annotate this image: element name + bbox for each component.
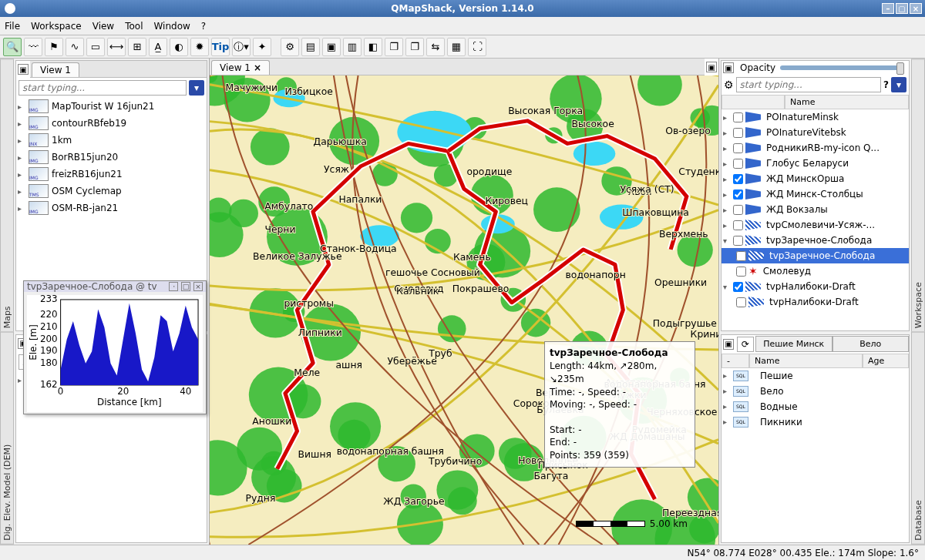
close-button[interactable]: × [910,3,922,14]
svg-text:Липники: Липники [298,327,342,338]
maps-dock-label[interactable]: Maps [0,59,14,332]
flag-icon[interactable]: ⚑ [45,38,63,56]
workspace-item[interactable]: ▾tvpЗаречное-Слобода [722,233,909,248]
workspace-item[interactable]: ▸ЖД Вокзалы [722,202,909,217]
menu-workspace[interactable]: Workspace [31,21,82,32]
map-item[interactable]: ▸JNX1km [16,132,207,149]
map-item[interactable]: ▸IMGfreizRB16jun21 [16,166,207,183]
workspace-panel-close-icon[interactable]: ▣ [723,62,734,73]
main-toolbar: 🔍 〰 ⚑ ∿ ▭ ⟷ ⊞ A̲ ◐ ✹ Tip ⓘ▾ ✦ ⚙ ▤ ▣ ▥ ◧ … [0,35,925,59]
svg-text:Шпаковщина: Шпаковщина [622,207,689,218]
map-view-tab[interactable]: View 1 × [211,60,270,75]
workspace-name-header[interactable]: Name [785,95,909,109]
minimize-button[interactable]: – [882,3,894,14]
workspace-help-icon[interactable]: ? [883,79,889,90]
menu-tool[interactable]: Tool [125,21,143,32]
svg-point-71 [330,402,381,451]
svg-text:Ele. [m]: Ele. [m] [28,324,39,360]
svg-text:Багута: Багута [534,471,569,481]
workspace-item[interactable]: ▸ЖД МинскОрша [722,171,909,186]
workspace-item[interactable]: ▸tvpСмолевичи-Усяж-... [722,217,909,233]
copy2-icon[interactable]: ❐ [405,38,424,56]
ruler-icon[interactable]: ⟷ [107,38,126,56]
db-icon[interactable]: ▦ [447,38,466,56]
db-panel-close-icon[interactable]: ▣ [723,339,734,350]
link-icon[interactable]: ⇆ [426,38,445,56]
workspace-item[interactable]: ▸Глобус Беларуси [722,156,909,171]
tip-icon[interactable]: Tip [211,38,230,56]
map-item[interactable]: ▸IMGOSM-RB-jan21 [16,200,207,216]
elev-popup-close-icon[interactable]: × [193,282,203,291]
track-icon[interactable]: ∿ [66,38,84,56]
map-tab-close-icon[interactable]: × [254,62,261,73]
copy1-icon[interactable]: ❐ [385,38,403,56]
area-icon[interactable]: ▭ [86,38,105,56]
workspace-item[interactable]: ▸POInatureVitebsk [722,125,909,140]
nav-icon[interactable]: ◧ [364,38,382,56]
db-header-age[interactable]: Age [863,354,909,368]
route-icon[interactable]: 〰 [24,38,42,56]
workspace-item[interactable]: ▸РодникиRB-my-icon Q... [722,140,909,156]
workspace-gear-icon[interactable]: ⚙ [724,79,734,91]
map-item[interactable]: ▸IMGMapTourist W 16jun21 [16,98,207,115]
gear-icon[interactable]: ⚙ [281,38,299,56]
workspace-item[interactable]: ▾tvpНалибоки-Draft [722,279,909,294]
map-item[interactable]: ▸TMSOSM Cyclemap [16,183,207,200]
maps-panel-close-icon[interactable]: ▣ [18,64,29,75]
svg-text:Высокая Горка: Высокая Горка [508,106,583,116]
db-refresh-icon[interactable]: ⟳ [737,337,754,352]
svg-text:Избицкое: Избицкое [284,86,333,97]
workspace-dock-label[interactable]: Workspace [911,59,925,332]
svg-text:233: 233 [40,295,58,304]
save-icon[interactable]: ▥ [343,38,362,56]
elevation-chart: 23322021020019018016202040Ele. [m]Distan… [27,295,203,410]
elev-popup-max-icon[interactable]: □ [181,282,190,291]
map-canvas[interactable]: МачужичиАмостоцьеЧерняховское водохранил… [210,75,718,545]
database-tree[interactable]: ▸SQLПешие▸SQLВело▸SQLВодные▸SQLПикники [722,368,909,542]
info-icon[interactable]: ⓘ▾ [232,38,251,56]
workspace-item[interactable]: tvpЗаречное-Слобода [722,248,909,263]
database-dock-label[interactable]: Database [911,332,925,545]
workspace-item[interactable]: tvpНалибоки-Draft [722,294,909,310]
menu-window[interactable]: Window [153,21,190,32]
menu-help[interactable]: ? [201,21,206,32]
elev-popup-pin-icon[interactable]: ⬝ [169,282,178,291]
svg-text:Напалки: Напалки [338,194,382,205]
db-header-name[interactable]: Name [749,354,863,368]
maps-search-input[interactable] [18,80,187,96]
db-tab-1[interactable]: Вело [832,336,910,352]
elevation-profile-popup[interactable]: tvpЗаречное-Слобода @ tv ⬝ □ × 233220210… [23,280,207,414]
opacity-slider[interactable] [780,65,904,70]
db-item[interactable]: ▸SQLПикники [722,414,909,430]
grid-icon[interactable]: ⊞ [128,38,146,56]
workspace-item[interactable]: ▸ЖД Минск-Столбцы [722,186,909,202]
poi-icon[interactable]: ✹ [190,38,209,56]
layers-icon[interactable]: ▤ [301,38,320,56]
menu-file[interactable]: File [5,21,20,32]
maps-filter-icon[interactable]: ▾ [189,80,204,96]
workspace-tree[interactable]: ▸POInatureMinsk▸POInatureVitebsk▸Родники… [722,109,909,330]
db-item[interactable]: ▸SQLВодные [722,399,909,414]
map-panel-close-icon[interactable]: ▣ [706,62,717,72]
text-icon[interactable]: A̲ [149,38,167,56]
map-item[interactable]: ▸IMGcontourRBfeb19 [16,115,207,132]
fullscreen-icon[interactable]: ⛶ [468,38,486,56]
workspace-item[interactable]: ✶Смолевуд [722,263,909,279]
night-icon[interactable]: ◐ [170,38,188,56]
maps-view-tab[interactable]: View 1 [32,62,79,77]
map-item[interactable]: ▸IMGBorRB15jun20 [16,149,207,166]
photo-icon[interactable]: ▣ [322,38,341,56]
zoom-icon[interactable]: 🔍 [3,38,22,56]
compass-icon[interactable]: ✦ [253,38,271,56]
db-item[interactable]: ▸SQLВело [722,384,909,399]
svg-text:Меле: Меле [294,367,320,378]
menu-view[interactable]: View [92,21,114,32]
workspace-search-input[interactable] [736,77,881,92]
dem-dock-label[interactable]: Dig. Elev. Model (DEM) [0,332,14,545]
workspace-item[interactable]: ▸POInatureMinsk [722,109,909,125]
maximize-button[interactable]: ▢ [896,3,908,14]
svg-text:ристромы: ристромы [284,299,333,310]
db-tab-0[interactable]: Пешие Минск [755,336,832,352]
db-item[interactable]: ▸SQLПешие [722,368,909,384]
workspace-filter-icon[interactable]: ▾ [891,77,906,92]
